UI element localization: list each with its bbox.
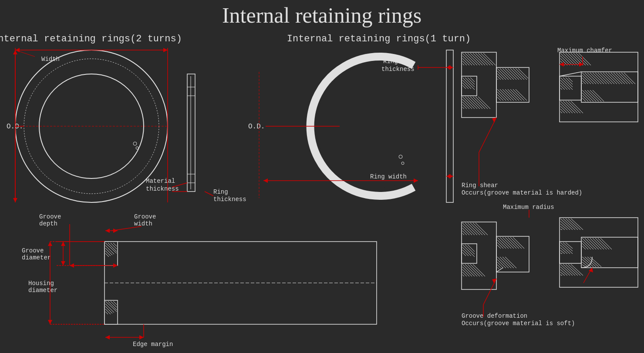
ring-thickness-top-1: Ring xyxy=(383,58,398,65)
ring-thickness-label-1: Ring xyxy=(213,188,228,195)
ring-shear-label: Ring shear xyxy=(462,182,498,189)
ring-thickness-top-2: thickness xyxy=(381,66,415,73)
max-radius-label: Maximum radius xyxy=(503,204,554,211)
housing-diameter-label: Housing xyxy=(28,280,54,287)
od-label-right: O.D. xyxy=(248,123,265,131)
subtitle-right: Internal retaining rings(1 turn) xyxy=(287,34,471,44)
groove-def-label2: Occurs(groove material is soft) xyxy=(462,320,575,327)
subtitle-left: Internal retaining rings(2 turns) xyxy=(0,34,182,44)
groove-width-label: Groove xyxy=(134,213,156,220)
groove-depth-label: Groove xyxy=(39,213,61,220)
ring-shear-label2: Occurs(groove material is harded) xyxy=(462,189,582,196)
groove-def-label: Groove deformation xyxy=(462,313,527,319)
ring-width-label: Ring width xyxy=(370,173,407,180)
ring-thickness-label-2: thickness xyxy=(213,196,246,203)
max-chamfer-label: Maximum chamfer xyxy=(557,47,612,54)
material-thickness-label: Material xyxy=(146,178,175,185)
housing-diameter-label2: diameter xyxy=(28,287,57,294)
width-label: Width xyxy=(41,56,60,63)
svg-rect-0 xyxy=(0,0,644,353)
groove-width-label2: width xyxy=(134,220,152,227)
main-title: Internal retaining rings xyxy=(222,3,421,27)
groove-depth-label2: depth xyxy=(39,220,57,227)
groove-diameter-label2: diameter xyxy=(22,254,51,261)
od-label-left: O.D. xyxy=(7,123,23,131)
groove-diameter-label: Groove xyxy=(22,247,44,254)
edge-margin-label: Edge margin xyxy=(133,341,173,348)
